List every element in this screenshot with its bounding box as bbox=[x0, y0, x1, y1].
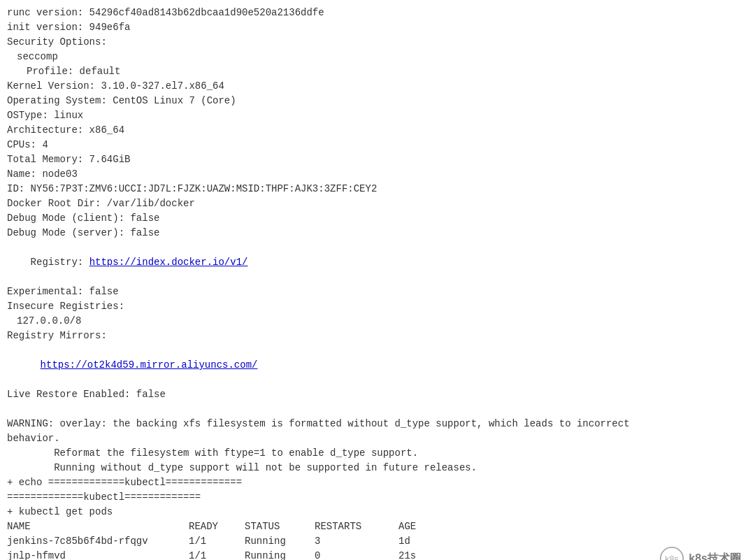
terminal-line: Kernel Version: 3.10.0-327.el7.x86_64 bbox=[7, 79, 748, 94]
terminal-line: OSType: linux bbox=[7, 108, 748, 123]
pods-col-ready-header: READY bbox=[189, 519, 245, 534]
pods-table: NAME READY STATUS RESTARTS AGE jenkins-7… bbox=[7, 519, 748, 560]
terminal-container: runc version: 54296cf40ad8143b62dbcaa1d9… bbox=[0, 0, 755, 560]
watermark: k8s k8s技术圈 bbox=[659, 546, 741, 560]
terminal-line: Total Memory: 7.64GiB bbox=[7, 152, 748, 167]
terminal-line: Architecture: x86_64 bbox=[7, 123, 748, 138]
terminal-line: + echo =============kubectl============= bbox=[7, 475, 748, 490]
terminal-line: Registry Mirrors: bbox=[7, 329, 748, 343]
terminal-line: Running without d_type support will not … bbox=[7, 461, 748, 475]
terminal-line: Live Restore Enabled: false bbox=[7, 387, 748, 402]
registry-label: Registry: bbox=[31, 257, 89, 268]
mirror-link[interactable]: https://ot2k4d59.mirror.aliyuncs.com/ bbox=[41, 359, 258, 371]
terminal-line: Profile: default bbox=[7, 64, 748, 79]
terminal-line: Reformat the filesystem with ftype=1 to … bbox=[7, 446, 748, 461]
terminal-line: behavior. bbox=[7, 431, 748, 446]
pods-row-name-2: jnlp-hfmvd bbox=[7, 549, 189, 560]
terminal-line: seccomp bbox=[7, 50, 748, 64]
mirror-line: https://ot2k4d59.mirror.aliyuncs.com/ bbox=[7, 343, 748, 387]
terminal-line: + kubectl get pods bbox=[7, 505, 748, 519]
terminal-line: WARNING: overlay: the backing xfs filesy… bbox=[7, 417, 748, 431]
pods-row-age-2: 21s bbox=[398, 549, 454, 560]
terminal-line: Experimental: false bbox=[7, 285, 748, 299]
pods-row-status-2: Running bbox=[245, 549, 315, 560]
pods-row-ready-2: 1/1 bbox=[189, 549, 245, 560]
pods-row-restarts-2: 0 bbox=[315, 549, 398, 560]
svg-text:k8s: k8s bbox=[665, 554, 679, 561]
watermark-icon: k8s bbox=[659, 546, 684, 560]
terminal-line: Name: node03 bbox=[7, 167, 748, 182]
pods-row-name-1: jenkins-7c85b6f4bd-rfqgv bbox=[7, 534, 189, 549]
terminal-line bbox=[7, 402, 748, 417]
terminal-line: 127.0.0.0/8 bbox=[7, 314, 748, 329]
terminal-line: Docker Root Dir: /var/lib/docker bbox=[7, 196, 748, 211]
terminal-line: runc version: 54296cf40ad8143b62dbcaa1d9… bbox=[7, 6, 748, 20]
terminal-line: CPUs: 4 bbox=[7, 138, 748, 152]
registry-line: Registry: https://index.docker.io/v1/ bbox=[7, 240, 748, 285]
terminal-line: Operating System: CentOS Linux 7 (Core) bbox=[7, 94, 748, 108]
pods-row-status-1: Running bbox=[245, 534, 315, 549]
terminal-line: Debug Mode (client): false bbox=[7, 211, 748, 226]
pods-row-age-1: 1d bbox=[398, 534, 454, 549]
terminal-line: Debug Mode (server): false bbox=[7, 226, 748, 240]
watermark-label: k8s技术圈 bbox=[689, 552, 741, 561]
pods-col-age-header: AGE bbox=[398, 519, 454, 534]
pods-col-name-header: NAME bbox=[7, 519, 189, 534]
pods-row-ready-1: 1/1 bbox=[189, 534, 245, 549]
terminal-line: Insecure Registries: bbox=[7, 299, 748, 314]
terminal-line: init version: 949e6fa bbox=[7, 20, 748, 35]
terminal-line: ID: NY56:7P3T:ZMV6:UCCI:JD7L:FJZK:UAZW:M… bbox=[7, 182, 748, 196]
pods-row-restarts-1: 3 bbox=[315, 534, 398, 549]
terminal-line: =============kubectl============= bbox=[7, 490, 748, 505]
registry-link[interactable]: https://index.docker.io/v1/ bbox=[89, 257, 248, 268]
pods-col-status-header: STATUS bbox=[245, 519, 315, 534]
terminal-line: Security Options: bbox=[7, 35, 748, 50]
pods-col-restarts-header: RESTARTS bbox=[315, 519, 398, 534]
